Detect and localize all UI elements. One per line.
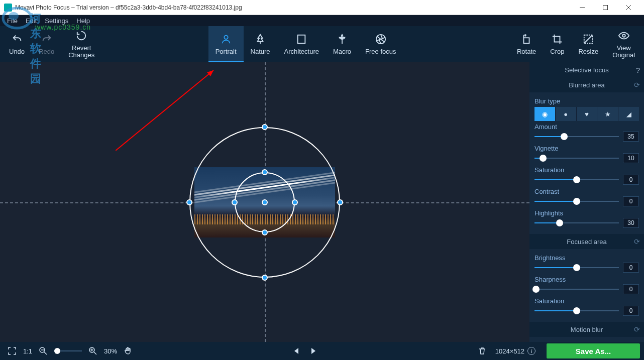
saturation-value[interactable]: 0 <box>623 175 639 185</box>
annotation-arrow <box>116 65 221 151</box>
amount-label: Amount <box>534 123 639 131</box>
saturation-label: Saturation <box>534 166 639 174</box>
f-saturation-label: Saturation <box>534 297 639 305</box>
blur-type-circle[interactable]: ◉ <box>534 107 556 121</box>
selective-focus-header: Selective focus ? <box>529 62 644 77</box>
portrait-icon <box>220 33 232 45</box>
one-to-one-button[interactable]: 1:1 <box>20 347 35 355</box>
svg-line-30 <box>94 352 96 354</box>
fullscreen-button[interactable] <box>4 343 20 359</box>
next-button[interactable] <box>305 343 321 359</box>
sharpness-slider[interactable] <box>534 289 619 290</box>
svg-line-22 <box>584 35 593 44</box>
refresh-icon[interactable]: ⟳ <box>634 325 640 333</box>
bottombar: 1:1 30% 1024×512 i Save As... <box>0 342 644 360</box>
portrait-button[interactable]: Portrait <box>208 26 244 62</box>
vignette-slider[interactable] <box>534 158 619 159</box>
saturation-slider[interactable] <box>534 179 619 180</box>
menu-file[interactable]: File <box>3 17 22 25</box>
motion-blur-header[interactable]: Motion blur ⟳ <box>529 322 644 337</box>
blur-type-dot[interactable]: ● <box>556 107 577 121</box>
resize-button[interactable]: Resize <box>571 26 605 62</box>
view-original-button[interactable]: View Original <box>605 26 642 62</box>
refresh-icon[interactable]: ⟳ <box>634 237 640 246</box>
resize-icon <box>582 33 594 45</box>
handle-inner-left[interactable] <box>232 199 238 205</box>
zoom-level: 30% <box>101 347 120 355</box>
handle-outer-top[interactable] <box>262 124 268 130</box>
zoom-out-button[interactable] <box>35 343 51 359</box>
amount-slider[interactable] <box>534 136 619 137</box>
sharpness-value[interactable]: 0 <box>623 284 639 294</box>
titlebar: Movavi Photo Focus – Trial version – df5… <box>0 0 644 15</box>
handle-outer-bottom[interactable] <box>262 275 268 281</box>
nature-icon <box>254 33 266 45</box>
brightness-slider[interactable] <box>534 267 619 268</box>
blur-type-heart[interactable]: ♥ <box>577 107 598 121</box>
handle-inner-top[interactable] <box>262 169 268 175</box>
close-button[interactable] <box>617 0 640 15</box>
toolbar: Undo Redo Revert Changes Portrait Nature… <box>0 26 644 62</box>
nature-button[interactable]: Nature <box>244 26 277 62</box>
crop-button[interactable]: Crop <box>543 26 571 62</box>
zoom-slider[interactable] <box>54 350 82 351</box>
hand-tool-button[interactable] <box>120 343 136 359</box>
svg-marker-34 <box>311 348 315 354</box>
rotate-icon <box>520 33 532 45</box>
menubar: File Edit Settings Help <box>0 15 644 26</box>
svg-point-23 <box>622 34 625 37</box>
vignette-label: Vignette <box>534 145 639 152</box>
blurred-area-header[interactable]: Blurred area ⟳ <box>529 77 644 92</box>
undo-button[interactable]: Undo <box>2 26 32 62</box>
focused-area-header[interactable]: Focused area ⟳ <box>529 234 644 249</box>
aperture-icon <box>375 33 387 45</box>
revert-button[interactable]: Revert Changes <box>61 26 101 62</box>
f-saturation-value[interactable]: 0 <box>623 306 639 316</box>
settings-panel: Selective focus ? Blurred area ⟳ Blur ty… <box>529 62 644 342</box>
info-icon[interactable]: i <box>527 347 535 355</box>
menu-edit[interactable]: Edit <box>22 17 41 25</box>
save-as-button[interactable]: Save As... <box>547 343 640 358</box>
zoom-in-button[interactable] <box>85 343 101 359</box>
rotate-button[interactable]: Rotate <box>510 26 543 62</box>
highlights-value[interactable]: 30 <box>623 218 639 228</box>
blur-type-triangle[interactable]: ◢ <box>618 107 639 121</box>
app-icon <box>4 4 12 12</box>
refresh-icon[interactable]: ⟳ <box>634 81 640 89</box>
eye-icon <box>618 30 630 42</box>
redo-button[interactable]: Redo <box>32 26 61 62</box>
brightness-value[interactable]: 0 <box>623 263 639 273</box>
freefocus-button[interactable]: Free focus <box>358 26 403 62</box>
handle-outer-left[interactable] <box>186 199 192 205</box>
help-icon[interactable]: ? <box>636 66 640 74</box>
architecture-icon <box>295 33 307 45</box>
handle-inner-right[interactable] <box>292 199 298 205</box>
revert-icon <box>75 30 87 42</box>
highlights-slider[interactable] <box>534 222 619 223</box>
menu-settings[interactable]: Settings <box>41 17 72 25</box>
handle-center[interactable] <box>262 199 268 205</box>
blur-type-row: ◉ ● ♥ ★ ◢ <box>534 107 639 121</box>
svg-rect-1 <box>603 5 608 10</box>
amount-value[interactable]: 35 <box>623 132 639 142</box>
highlights-label: Highlights <box>534 209 639 217</box>
handle-inner-bottom[interactable] <box>262 229 268 235</box>
contrast-value[interactable]: 0 <box>623 196 639 206</box>
macro-button[interactable]: Macro <box>326 26 358 62</box>
f-saturation-slider[interactable] <box>534 310 619 311</box>
svg-rect-8 <box>298 35 305 44</box>
menu-help[interactable]: Help <box>72 17 94 25</box>
blur-type-star[interactable]: ★ <box>597 107 618 121</box>
canvas-area[interactable] <box>0 62 529 342</box>
delete-button[interactable] <box>474 343 490 359</box>
redo-icon <box>41 33 53 45</box>
vignette-value[interactable]: 10 <box>623 153 639 163</box>
minimize-button[interactable] <box>571 0 594 15</box>
handle-outer-right[interactable] <box>337 199 343 205</box>
prev-button[interactable] <box>289 343 305 359</box>
architecture-button[interactable]: Architecture <box>277 26 326 62</box>
svg-point-6 <box>224 36 228 39</box>
svg-line-27 <box>44 352 47 354</box>
contrast-slider[interactable] <box>534 201 619 202</box>
maximize-button[interactable] <box>594 0 617 15</box>
